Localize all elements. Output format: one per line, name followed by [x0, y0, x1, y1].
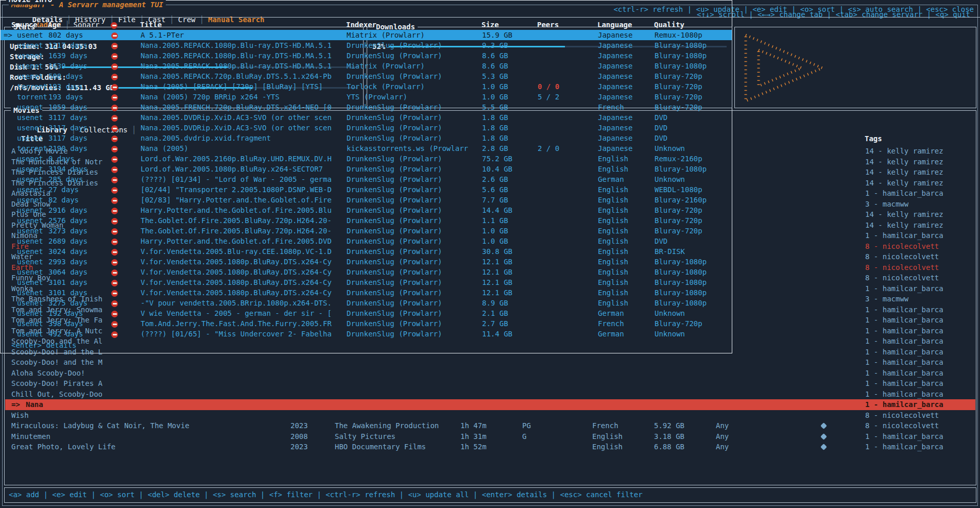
release-language: English — [598, 215, 628, 226]
release-row[interactable]: usenet 3275 days -"V pour vendetta.2005.… — [1, 298, 732, 308]
movie-quality-profile: Any — [716, 442, 729, 452]
column-size[interactable]: Size — [482, 20, 499, 30]
sort-desc-icon: ▼ — [15, 20, 20, 30]
release-row[interactable]: usenet 1639 days Nana.2005.REPACK.1080p.… — [1, 61, 732, 71]
release-row[interactable]: usenet 508 days Nana.2005.REPACK.720p.Bl… — [1, 71, 732, 81]
release-row[interactable]: usenet 1639 days Nana.2005.REPACK.1080p.… — [1, 50, 732, 61]
release-row[interactable]: usenet 1217 days Nana.2005.REPACK.1080p.… — [1, 40, 732, 50]
release-language: English — [598, 287, 628, 298]
movie-tags: 1 - hamilcar_barca — [865, 378, 975, 389]
tag-icon — [820, 241, 830, 251]
release-title: Nana.2005.REPACK.1080p.Blu-ray.DTS-HD.MA… — [141, 50, 345, 61]
release-title: Nana.2005.DVDRip.XviD.AC3-SVO (or other … — [141, 112, 345, 123]
release-size: 1.0 GB — [482, 236, 508, 246]
release-row[interactable]: torrent 193 days Nana (2005) 720p BRRip … — [1, 92, 732, 102]
release-row[interactable]: torrent 193 days Nana (2005) [REPACK] [7… — [1, 81, 732, 92]
rejection-icon — [111, 164, 122, 174]
release-row[interactable]: usenet 285 days (????) [01/34] - "Lord o… — [1, 174, 732, 184]
movie-tags: 1 - hamilcar_barca — [865, 368, 975, 379]
movie-tags: 1 - hamilcar_barca — [865, 188, 975, 199]
release-row[interactable]: usenet 3101 days V.for.Vendetta.2005.108… — [1, 287, 732, 298]
release-indexer: DrunkenSlug (Prowlarr) — [347, 154, 480, 164]
release-row[interactable]: usenet 82 days [02/83] "Harry.Potter.and… — [1, 195, 732, 205]
column-age[interactable]: Age — [48, 20, 61, 30]
movie-tags: 14 - kelly ramirez — [865, 209, 975, 220]
release-row[interactable]: usenet 3194 days Lord.of.War.2005.1080p.… — [1, 164, 732, 174]
release-title: Nana.2005.REPACK.720p.BluRay.DTS.5.1.x26… — [141, 71, 345, 81]
tag-icon — [820, 283, 830, 294]
release-row[interactable]: usenet 27 days [02/44] "Transporter 2.20… — [1, 184, 732, 195]
movie-row[interactable]: => Nana 1 - hamilcar_barca — [5, 399, 975, 410]
column-quality[interactable]: Quality — [654, 20, 684, 30]
release-age: 2576 days — [48, 215, 88, 226]
movie-size: 3.18 GB — [654, 431, 684, 442]
tag-icon — [820, 326, 830, 336]
release-row[interactable]: => usenet 802 days A 5.1-PTer Miatrix (P… — [1, 30, 732, 40]
movie-title: Aloha Scooby-Doo! — [11, 368, 279, 379]
release-row[interactable]: usenet 3117 days Nana.2005.DVDRip.XviD.A… — [1, 123, 732, 133]
release-source: usenet — [17, 226, 43, 236]
release-row[interactable]: usenet 2916 days Harry.Potter.and.the.Go… — [1, 205, 732, 215]
release-size: 1.8 GB — [482, 133, 508, 143]
release-row[interactable]: usenet 1059 days Nana.2005.FRENCH.720p.B… — [1, 102, 732, 112]
movie-row[interactable]: Scooby-Doo! Pirates A 1 - hamilcar_barca — [5, 378, 975, 389]
movie-tags: 8 - nicolecolvett — [865, 262, 975, 273]
release-title: Nana.2005.FRENCH.720p.BluRay.DTS.x264-NE… — [141, 102, 345, 112]
movie-row[interactable]: Miraculous: Ladybug & Cat Noir, The Movi… — [5, 420, 975, 431]
column-peers[interactable]: Peers — [537, 20, 559, 30]
movie-row[interactable]: Chill Out, Scooby-Doo 1 - hamilcar_barca — [5, 389, 975, 400]
movie-row[interactable]: Aloha Scooby-Doo! 1 - hamilcar_barca — [5, 368, 975, 379]
release-language: English — [598, 298, 628, 308]
rejection-icon — [111, 30, 122, 40]
release-size: 11.4 GB — [482, 329, 512, 339]
release-language: Japanese — [598, 61, 632, 71]
column-indexer[interactable]: Indexer — [346, 20, 376, 30]
release-row[interactable]: usenet 3273 days The.Goblet.Of.Fire.2005… — [1, 226, 732, 236]
movie-tags: 14 - kelly ramirez — [865, 167, 975, 178]
movie-row[interactable]: Minutemen 2008 Salty Pictures 1h 31m G E… — [5, 431, 975, 442]
release-row[interactable]: usenet 2993 days V.for.Vendetta.2005.108… — [1, 257, 732, 267]
release-row[interactable]: usenet 3117 days nana.2005.dvdrip.xvid.f… — [1, 133, 732, 143]
rejection-icon — [111, 40, 122, 50]
releases-table-body[interactable]: => usenet 802 days A 5.1-PTer Miatrix (P… — [1, 30, 732, 339]
release-title: V.for.Vendetta.2005.1080p.BluRay.DTS.x26… — [141, 287, 345, 298]
release-quality: Bluray-720p — [655, 226, 731, 236]
column-release-title[interactable]: Title — [140, 20, 162, 30]
release-row[interactable]: usenet 2689 days Harry.Potter.and.the.Go… — [1, 236, 732, 246]
release-quality: Bluray-1080p — [655, 267, 731, 277]
release-row[interactable]: usenet 3117 days Nana.2005.DVDRip.XviD.A… — [1, 112, 732, 123]
release-row[interactable]: usenet 3101 days V.for.Vendetta.2005.108… — [1, 277, 732, 287]
release-age: 3273 days — [48, 226, 88, 236]
tab-separator-line — [0, 17, 980, 18]
release-language: Japanese — [598, 50, 632, 61]
movie-runtime: 1h 31m — [460, 431, 487, 442]
release-size: 2.7 GB — [482, 318, 508, 329]
release-title: Tom.And.Jerry.The.Fast.And.The.Furry.200… — [141, 318, 345, 329]
column-tags: Tags — [865, 133, 882, 144]
rejection-icon — [111, 287, 122, 298]
release-row[interactable]: usenet 3064 days V.for.Vendetta.2005.108… — [1, 267, 732, 277]
release-size: 9.3 GB — [482, 40, 508, 50]
release-indexer: kickasstorrents.ws (Prowlarr — [347, 143, 480, 154]
release-row[interactable]: usenet 3024 days V.for.Vendetta.2005.Blu… — [1, 246, 732, 257]
movie-row[interactable]: Wish 8 - nicolecolvett — [5, 410, 975, 421]
release-row[interactable]: usenet 2576 days The.Goblet.Of.Fire.2005… — [1, 215, 732, 226]
movie-row[interactable]: Great Photo, Lovely Life 2023 HBO Docume… — [5, 442, 975, 452]
release-row[interactable]: torrent 2190 days Nana (2005) kickasstor… — [1, 143, 732, 154]
movie-size: 6.88 GB — [654, 442, 684, 452]
release-size: 8.6 GB — [482, 61, 508, 71]
release-row[interactable]: usenet 398 days Tom.And.Jerry.The.Fast.A… — [1, 318, 732, 329]
release-age: 192 days — [48, 308, 83, 318]
release-source: usenet — [17, 123, 43, 133]
tag-icon — [820, 315, 830, 325]
release-row[interactable]: usenet 492 days (????) [01/65] - "Miss U… — [1, 329, 732, 339]
release-row[interactable]: usenet 192 days V wie Vendetta - 2005 - … — [1, 308, 732, 318]
movie-row[interactable]: Scooby-Doo! and the L 1 - hamilcar_barca — [5, 347, 975, 358]
release-row[interactable]: usenet 0 days Lord.of.War.2005.2160p.Blu… — [1, 154, 732, 164]
release-age: 398 days — [48, 318, 83, 329]
movie-studio: The Awakening Production — [335, 420, 458, 431]
movie-row[interactable]: Scooby-Doo! and the M 1 - hamilcar_barca — [5, 357, 975, 368]
column-language[interactable]: Language — [597, 20, 632, 30]
release-language: French — [598, 102, 624, 112]
release-size: 1.0 GB — [482, 81, 508, 92]
